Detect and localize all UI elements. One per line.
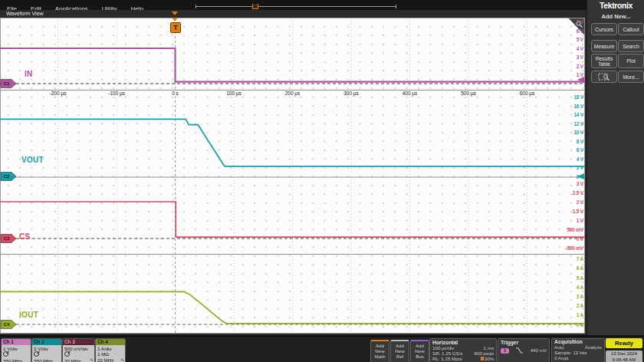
- c2-axis-label: 12 V: [573, 121, 583, 127]
- add-new-math-button[interactable]: AddNewMath: [370, 340, 389, 362]
- c3-axis-label: 0 V: [577, 236, 583, 242]
- graticule-frame: [1, 18, 585, 334]
- falling-edge-icon: [515, 347, 524, 354]
- c2-axis-label: 16 V: [573, 104, 583, 109]
- tab-waveform-view[interactable]: Waveform View: [6, 10, 44, 18]
- acquisition-count: 0 Acqs: [554, 355, 569, 360]
- channel-scale: 1 A/div: [97, 346, 125, 351]
- c4-reference-label: C4: [4, 322, 10, 327]
- channel-badge-ch1[interactable]: Ch 11 V/div350 MHz: [1, 338, 31, 362]
- tab-bar: Waveform View: [0, 10, 586, 18]
- c3-axis-label: -500 mV: [565, 245, 583, 251]
- menu-bar: FileEditApplicationsUtilityHelp: [0, 0, 586, 10]
- trigger-position-icon: [172, 12, 178, 15]
- trigger-source-badge: 1: [501, 348, 509, 354]
- c3-axis-label: 2.5 V: [573, 190, 583, 196]
- channel-badge-body: 1 A/div1 MΩ20 MHz∿: [96, 345, 125, 362]
- channel-badge-ch4[interactable]: Ch 41 A/div1 MΩ20 MHz∿: [95, 338, 126, 362]
- time-tick-label: 0 s: [171, 90, 179, 96]
- waveform-display[interactable]: C1C2C3C4 -200 µs-100 µs0 s100 µs200 µs30…: [0, 18, 585, 334]
- c1-axis-label: 7 V: [577, 19, 583, 25]
- c1-axis-label: 3 V: [577, 54, 583, 60]
- add-new-ref-button[interactable]: AddNewRef: [390, 340, 409, 362]
- draw-a-box-icon: [598, 73, 610, 81]
- horizontal-record-length: RL: 1.25 Mpts: [432, 356, 462, 361]
- c2-axis-label: 0 V: [577, 174, 583, 179]
- c1-axis-label: 4 V: [577, 46, 583, 51]
- channel-bandwidth: 350 MHz: [3, 358, 31, 362]
- time-tick-label: 200 µs: [284, 90, 301, 96]
- time-tick-label: 600 µs: [519, 90, 536, 96]
- c3-axis-label: 500 mV: [567, 227, 583, 232]
- time-label: 6:06:48 AM: [606, 357, 642, 362]
- channel-label-in: IN: [25, 70, 33, 78]
- channel-label-cs: CS: [19, 232, 31, 241]
- horizontal-scale: 100 µs/div: [432, 345, 454, 350]
- time-tick-label: 300 µs: [343, 90, 360, 96]
- time-tick-label: 400 µs: [402, 90, 419, 96]
- callout-button[interactable]: Callout: [618, 23, 644, 35]
- horizontal-title: Horizontal: [430, 339, 496, 345]
- c2-axis-label: 10 V: [573, 130, 583, 135]
- trigger-marker-arrow-icon: [172, 18, 178, 21]
- c2-axis-label: 6 V: [577, 147, 583, 153]
- horizontal-sample-rate: SR: 1.25 GS/s: [432, 350, 463, 356]
- settings-bar: Ch 11 V/div350 MHzCh 22 V/div350 MHzCh 3…: [0, 335, 644, 362]
- search-button[interactable]: Search: [618, 40, 644, 52]
- plot-button[interactable]: Plot: [618, 54, 644, 68]
- horizontal-position-indicator[interactable]: [196, 5, 396, 8]
- c2-axis-label: 2 V: [577, 165, 583, 170]
- channel-bandwidth: 350 MHz: [34, 358, 61, 362]
- trace-in[interactable]: [0, 48, 585, 82]
- bandwidth-limit-icon: ∿: [90, 357, 94, 362]
- trigger-position-marker[interactable]: [252, 4, 258, 9]
- c1-reference-label: C1: [4, 81, 10, 86]
- cursors-button[interactable]: Cursors: [591, 23, 617, 35]
- bandwidth-limit-icon: ∿: [120, 357, 124, 362]
- horizontal-position: 30%: [481, 356, 494, 361]
- c4-axis-label: 5 A: [577, 275, 583, 281]
- channel-badge-ch2[interactable]: Ch 22 V/div350 MHz: [31, 338, 62, 362]
- more-button[interactable]: More...: [618, 71, 644, 83]
- c3-axis-label: 3 V: [577, 181, 583, 186]
- waveform-canvas[interactable]: C1C2C3C4: [0, 18, 585, 334]
- horizontal-window: 1 ms: [484, 345, 494, 350]
- trigger-level: 440 mV: [531, 347, 547, 353]
- channel-badge-body: 500 mV/div20 MHz∿: [63, 345, 94, 362]
- c3-axis-label: 1.5 V: [573, 209, 583, 214]
- record-view-line: [196, 6, 396, 7]
- trace-cs[interactable]: [0, 202, 585, 237]
- probe-row: [3, 351, 31, 357]
- horizontal-resolution: 800 ps/pt: [475, 350, 494, 356]
- c4-axis-label: 2 A: [577, 303, 583, 308]
- channel-scale: 2 V/div: [34, 346, 61, 351]
- time-tick-label: 500 µs: [460, 90, 477, 96]
- channel-label-iout: IOUT: [19, 311, 38, 319]
- acquisition-panel[interactable]: Acquisition Auto Analyze Sample: 12 bits…: [551, 338, 605, 362]
- acquisition-sample: Sample: 12 bits: [554, 350, 587, 355]
- date-label: 13 Dec 2024: [606, 351, 642, 357]
- add-new-bus-button[interactable]: AddNewBus: [410, 340, 429, 362]
- c4-axis-label: 6 A: [577, 265, 583, 271]
- trigger-title: Trigger: [498, 339, 549, 345]
- trigger-panel[interactable]: Trigger 1 440 mV: [498, 338, 550, 362]
- trigger-marker-badge[interactable]: T: [170, 22, 181, 33]
- measure-button[interactable]: Measure: [591, 40, 617, 52]
- horizontal-panel[interactable]: Horizontal 100 µs/div 1 ms SR: 1.25 GS/s…: [429, 338, 497, 362]
- channel-badge-body: 2 V/div350 MHz: [32, 345, 61, 362]
- time-tick-label: -200 µs: [49, 90, 67, 96]
- acquisition-analyze: Analyze: [585, 344, 602, 350]
- time-tick-label: 100 µs: [225, 90, 242, 96]
- probe-row: [34, 351, 61, 357]
- c4-axis-label: 7 A: [577, 256, 583, 262]
- results-table-button[interactable]: Results Table: [591, 54, 617, 68]
- channel-label-vout: VOUT: [21, 156, 44, 164]
- c1-axis-label: 5 V: [577, 37, 583, 42]
- side-panel: Tektronix Add New... Cursors Callout Mea…: [586, 0, 644, 335]
- c2-axis-label: 18 V: [573, 94, 583, 100]
- draw-a-box-button[interactable]: [591, 71, 617, 83]
- channel-badge-ch3[interactable]: Ch 3500 mV/div20 MHz∿: [62, 338, 95, 362]
- acquisition-mode: Auto: [554, 344, 564, 350]
- c1-axis-label: 6 V: [577, 28, 583, 34]
- expansion-point-icon: [481, 357, 484, 360]
